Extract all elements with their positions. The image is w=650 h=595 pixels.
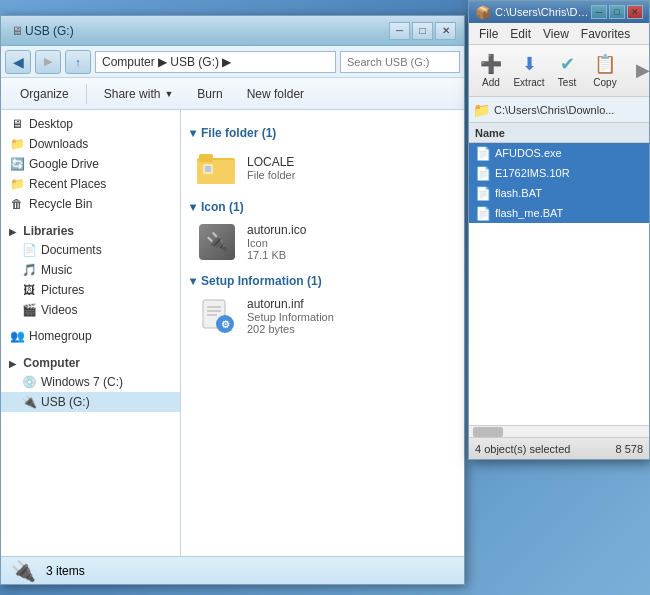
autorunico-type: Icon bbox=[247, 237, 306, 249]
sidebar-item-homegroup[interactable]: 👥 Homegroup bbox=[1, 326, 180, 346]
zip-file-icon-0: 📄 bbox=[475, 146, 491, 161]
address-bar: ◀ ▶ ↑ Computer ▶ USB (G:) ▶ bbox=[1, 46, 464, 78]
sidebar-item-downloads[interactable]: 📁 Downloads bbox=[1, 134, 180, 154]
downloads-icon: 📁 bbox=[9, 136, 25, 152]
zip-menu-file[interactable]: File bbox=[473, 25, 504, 43]
zip-file-icon-1: 📄 bbox=[475, 166, 491, 181]
zip-window: 📦 C:\Users\Chris\Downloads\E17... ─ □ ✕ … bbox=[468, 0, 650, 460]
zip-menu-edit[interactable]: Edit bbox=[504, 25, 537, 43]
minimize-button[interactable]: ─ bbox=[389, 22, 410, 40]
zip-close-button[interactable]: ✕ bbox=[627, 5, 643, 19]
sidebar-item-label: Homegroup bbox=[29, 329, 92, 343]
group-header-icon: Icon (1) bbox=[189, 200, 456, 214]
zip-file-icon-2: 📄 bbox=[475, 186, 491, 201]
file-entry-autoruninf[interactable]: ⚙ autorun.inf Setup Information 202 byte… bbox=[189, 292, 456, 340]
sidebar-item-recentplaces[interactable]: 📁 Recent Places bbox=[1, 174, 180, 194]
status-usb-icon: 🔌 bbox=[11, 559, 36, 583]
svg-rect-4 bbox=[205, 166, 211, 172]
sidebar-item-label: USB (G:) bbox=[41, 395, 90, 409]
zip-scrollbar[interactable] bbox=[469, 425, 649, 437]
autoruninf-type: Setup Information bbox=[247, 311, 334, 323]
zip-minimize-button[interactable]: ─ bbox=[591, 5, 607, 19]
sidebar-item-usb[interactable]: 🔌 USB (G:) bbox=[1, 392, 180, 412]
sidebar-item-label: Recent Places bbox=[29, 177, 106, 191]
new-folder-button[interactable]: New folder bbox=[236, 82, 315, 106]
libraries-header: ▶ Libraries bbox=[1, 220, 180, 240]
autorunico-size: 17.1 KB bbox=[247, 249, 306, 261]
file-entry-locale[interactable]: LOCALE File folder bbox=[189, 144, 456, 192]
sidebar-item-pictures[interactable]: 🖼 Pictures bbox=[1, 280, 180, 300]
zip-test-button[interactable]: ✔ Test bbox=[549, 50, 585, 91]
sidebar-item-label: Pictures bbox=[41, 283, 84, 297]
svg-rect-8 bbox=[207, 314, 217, 316]
burn-button[interactable]: Burn bbox=[186, 82, 233, 106]
locale-name: LOCALE bbox=[247, 155, 295, 169]
sidebar-item-label: Documents bbox=[41, 243, 102, 257]
sidebar-item-googledrive[interactable]: 🔄 Google Drive bbox=[1, 154, 180, 174]
zip-file-name-0: AFUDOS.exe bbox=[495, 147, 562, 159]
zip-extract-icon: ⬇ bbox=[522, 53, 537, 75]
sidebar-item-label: Downloads bbox=[29, 137, 88, 151]
zip-menu-view[interactable]: View bbox=[537, 25, 575, 43]
zip-file-item-3[interactable]: 📄 flash_me.BAT bbox=[469, 203, 649, 223]
autorunico-name: autorun.ico bbox=[247, 223, 306, 237]
share-with-button[interactable]: Share with ▼ bbox=[93, 82, 185, 106]
zip-app-icon: 📦 bbox=[475, 5, 491, 20]
locale-type: File folder bbox=[247, 169, 295, 181]
autoruninf-size: 202 bytes bbox=[247, 323, 334, 335]
file-entry-autorunico[interactable]: 🔌 autorun.ico Icon 17.1 KB bbox=[189, 218, 456, 266]
sidebar-item-recycle[interactable]: 🗑 Recycle Bin bbox=[1, 194, 180, 214]
zip-addr-icon: 📁 bbox=[473, 102, 490, 118]
back-button[interactable]: ◀ bbox=[5, 50, 31, 74]
videos-icon: 🎬 bbox=[21, 302, 37, 318]
zip-toolbar: ➕ Add ⬇ Extract ✔ Test 📋 Copy ▶ bbox=[469, 45, 649, 97]
usb-nav-icon: 🔌 bbox=[21, 394, 37, 410]
file-pane: File folder (1) LOCALE File folder bbox=[181, 110, 464, 556]
windows-drive-icon: 💿 bbox=[21, 374, 37, 390]
sidebar-item-label: Google Drive bbox=[29, 157, 99, 171]
content-area: 🖥 Desktop 📁 Downloads 🔄 Google Drive 📁 R… bbox=[1, 110, 464, 556]
zip-extract-button[interactable]: ⬇ Extract bbox=[511, 50, 547, 91]
sidebar-item-desktop[interactable]: 🖥 Desktop bbox=[1, 114, 180, 134]
sidebar-item-label: Recycle Bin bbox=[29, 197, 92, 211]
search-input[interactable] bbox=[340, 51, 460, 73]
zip-more-button[interactable]: ▶ bbox=[625, 56, 650, 86]
sidebar-item-label: Desktop bbox=[29, 117, 73, 131]
zip-copy-button[interactable]: 📋 Copy bbox=[587, 50, 623, 91]
zip-file-icon-3: 📄 bbox=[475, 206, 491, 221]
group-header-setup: Setup Information (1) bbox=[189, 274, 456, 288]
zip-file-item-0[interactable]: 📄 AFUDOS.exe bbox=[469, 143, 649, 163]
group-header-filefolder: File folder (1) bbox=[189, 126, 456, 140]
zip-file-item-2[interactable]: 📄 flash.BAT bbox=[469, 183, 649, 203]
maximize-button[interactable]: □ bbox=[412, 22, 433, 40]
zip-file-name-2: flash.BAT bbox=[495, 187, 542, 199]
organize-button[interactable]: Organize bbox=[9, 82, 80, 106]
zip-file-item-1[interactable]: 📄 E1762IMS.10R bbox=[469, 163, 649, 183]
share-with-chevron-icon: ▼ bbox=[164, 89, 173, 99]
svg-text:⚙: ⚙ bbox=[221, 319, 230, 330]
autoruninf-name: autorun.inf bbox=[247, 297, 334, 311]
share-with-label: Share with bbox=[104, 87, 161, 101]
zip-title: C:\Users\Chris\Downloads\E17... bbox=[495, 6, 591, 18]
zip-more-icon: ▶ bbox=[636, 59, 650, 81]
close-button[interactable]: ✕ bbox=[435, 22, 456, 40]
explorer-toolbar: Organize Share with ▼ Burn New folder bbox=[1, 78, 464, 110]
zip-test-label: Test bbox=[558, 77, 576, 88]
breadcrumb[interactable]: Computer ▶ USB (G:) ▶ bbox=[95, 51, 336, 73]
zip-file-name-1: E1762IMS.10R bbox=[495, 167, 570, 179]
zip-status-text: 4 object(s) selected bbox=[475, 443, 570, 455]
zip-add-button[interactable]: ➕ Add bbox=[473, 50, 509, 91]
recycle-icon: 🗑 bbox=[9, 196, 25, 212]
sidebar-item-videos[interactable]: 🎬 Videos bbox=[1, 300, 180, 320]
zip-maximize-button[interactable]: □ bbox=[609, 5, 625, 19]
sidebar-item-documents[interactable]: 📄 Documents bbox=[1, 240, 180, 260]
zip-addr-text: C:\Users\Chris\Downlo... bbox=[494, 104, 645, 116]
up-button[interactable]: ↑ bbox=[65, 50, 91, 74]
autorunico-icon: 🔌 bbox=[197, 222, 237, 262]
zip-menu-favorites[interactable]: Favorites bbox=[575, 25, 636, 43]
forward-button[interactable]: ▶ bbox=[35, 50, 61, 74]
sidebar-item-windows[interactable]: 💿 Windows 7 (C:) bbox=[1, 372, 180, 392]
zip-copy-label: Copy bbox=[593, 77, 616, 88]
sidebar-item-music[interactable]: 🎵 Music bbox=[1, 260, 180, 280]
zip-scroll-thumb[interactable] bbox=[473, 427, 503, 437]
